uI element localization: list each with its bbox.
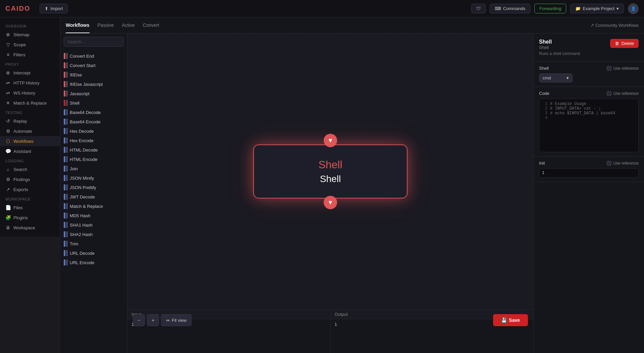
right-panel-title: Shell <box>539 39 580 45</box>
workflow-dot <box>64 53 65 59</box>
workflow-dot <box>64 100 65 106</box>
avatar[interactable]: 👤 <box>628 3 639 14</box>
search-input[interactable] <box>64 37 124 47</box>
shell-select[interactable]: cmd ▾ <box>539 73 573 82</box>
list-item[interactable]: Base64 Encode <box>60 117 127 126</box>
list-item[interactable]: MD5 Hash <box>60 211 127 220</box>
list-item[interactable]: Convert Start <box>60 61 127 70</box>
tab-active[interactable]: Active <box>122 18 135 33</box>
workflow-dots <box>64 109 68 115</box>
workflow-dot <box>66 128 68 134</box>
sidebar-item-plugins[interactable]: 🧩 Plugins <box>0 213 60 223</box>
sidebar-item-filters[interactable]: ≡ Filters <box>0 50 60 60</box>
right-panel-description: Runs a shell command <box>539 51 580 56</box>
workflow-dot <box>66 147 68 153</box>
sidebar-item-findings[interactable]: ⚙ Findings <box>0 174 60 184</box>
workflow-dots <box>64 175 68 181</box>
commands-label: Commands <box>503 6 525 11</box>
workflow-item-label: Join <box>70 166 78 171</box>
delete-label: Delete <box>621 41 634 46</box>
sidebar-item-intercept[interactable]: ⊕ Intercept <box>0 68 60 78</box>
code-use-reference-checkbox[interactable] <box>607 91 611 96</box>
workflow-item-label: JSON Minify <box>70 176 94 181</box>
sidebar-item-replay[interactable]: ↺ Replay <box>0 116 60 126</box>
canvas: ▼ Shell Shell ▼ <box>127 34 533 309</box>
list-item[interactable]: Javascript <box>60 89 127 98</box>
shell-section: Shell Use reference cmd ▾ <box>534 62 644 87</box>
workflow-dots <box>64 119 68 125</box>
list-item[interactable]: If/Else Javascript <box>60 79 127 89</box>
workflow-dot <box>66 91 68 97</box>
init-block[interactable]: 1 <box>539 168 639 178</box>
list-item[interactable]: Base64 Decode <box>60 108 127 117</box>
save-button[interactable]: 💾 Save <box>493 314 528 326</box>
list-item[interactable]: JWT Decode <box>60 192 127 201</box>
node-connector-bottom[interactable]: ▼ <box>324 196 337 209</box>
workflow-item-label: If/Else Javascript <box>70 82 103 87</box>
list-item[interactable]: JSON Minify <box>60 173 127 183</box>
right-panel-header: Shell Shell Runs a shell command 🗑 Delet… <box>534 34 644 62</box>
workflow-dots <box>64 137 68 143</box>
logging-section-label: Logging <box>0 156 60 164</box>
list-item[interactable]: HTML Encode <box>60 155 127 164</box>
code-line-4: 4 <box>542 116 636 120</box>
sidebar-item-workspace[interactable]: 🖥 Workspace <box>0 223 60 233</box>
workflow-dots <box>64 166 68 172</box>
list-item[interactable]: HTML Decode <box>60 145 127 155</box>
list-item[interactable]: Trim <box>60 239 127 248</box>
tab-workflows[interactable]: Workflows <box>66 18 90 33</box>
shell-use-reference-checkbox[interactable] <box>607 66 611 71</box>
list-item[interactable]: SHA1 Hash <box>60 220 127 230</box>
code-block[interactable]: 1 # Example Usage 2 # INPUT_DATA=`cat -`… <box>539 99 639 152</box>
sidebar-item-sitemap[interactable]: ⊕ Sitemap <box>0 30 60 40</box>
list-item[interactable]: Match & Replace <box>60 201 127 211</box>
project-button[interactable]: 📁 Example Project ▾ <box>570 4 624 13</box>
forwarding-label: Forwarding <box>539 6 561 11</box>
zoom-out-button[interactable]: − <box>133 314 145 326</box>
list-item[interactable]: Shell <box>60 98 127 108</box>
forwarding-button[interactable]: Forwarding <box>534 4 566 13</box>
commands-button[interactable]: ⌨ Commands <box>490 4 530 13</box>
sidebar-item-assistant[interactable]: 💬 Assistant <box>0 146 60 156</box>
workflow-dot <box>64 222 65 228</box>
sidebar-item-search[interactable]: ⌕ Search <box>0 164 60 174</box>
list-item[interactable]: Join <box>60 164 127 173</box>
list-item[interactable]: JSON Prettify <box>60 183 127 192</box>
right-panel: Shell Shell Runs a shell command 🗑 Delet… <box>533 34 644 353</box>
sidebar-item-scope[interactable]: ▽ Scope <box>0 40 60 50</box>
sidebar-item-ws-history[interactable]: ⇌ WS History <box>0 88 60 98</box>
delete-button[interactable]: 🗑 Delete <box>610 39 639 48</box>
init-use-reference-checkbox[interactable] <box>607 161 611 166</box>
sidebar-item-workflows[interactable]: ⬡ Workflows <box>0 136 60 146</box>
layout: Overview ⊕ Sitemap ▽ Scope ≡ Filters Pro… <box>0 17 644 353</box>
tab-convert[interactable]: Convert <box>143 18 159 33</box>
sidebar-item-http-history[interactable]: ⇌ HTTP History <box>0 78 60 88</box>
list-item[interactable]: URL Decode <box>60 248 127 258</box>
sidebar-item-exports[interactable]: ↗ Exports <box>0 184 60 194</box>
list-item[interactable]: URL Encode <box>60 258 127 267</box>
workflow-dot <box>66 72 68 78</box>
sidebar-item-match-replace[interactable]: ✕ Match & Replace <box>0 98 60 108</box>
workflow-item-label: Convert Start <box>70 63 96 68</box>
list-item[interactable]: If/Else <box>60 70 127 79</box>
zoom-in-button[interactable]: + <box>147 314 159 326</box>
save-label: Save <box>509 317 520 323</box>
sidebar-item-files[interactable]: 📄 Files <box>0 202 60 213</box>
list-item[interactable]: Hex Encode <box>60 136 127 145</box>
topbar: CAIDO ⬆ Import 🛡 ⌨ Commands Forwarding 📁… <box>0 0 644 17</box>
node-box[interactable]: Shell Shell <box>253 144 408 198</box>
list-item[interactable]: Convert End <box>60 51 127 61</box>
sidebar-item-automate[interactable]: ⚙ Automate <box>0 126 60 136</box>
import-button[interactable]: ⬆ Import <box>40 4 68 13</box>
node-connector-top[interactable]: ▼ <box>324 134 337 147</box>
sidebar-wrapper: Overview ⊕ Sitemap ▽ Scope ≡ Filters Pro… <box>0 17 60 353</box>
shell-value: cmd <box>543 75 551 80</box>
fit-view-button[interactable]: ⇔ Fit view <box>161 314 192 326</box>
code-use-reference-label: Use reference <box>613 91 639 96</box>
community-workflows-link[interactable]: ↗ Community Workflows <box>590 23 639 28</box>
list-item[interactable]: SHA2 Hash <box>60 230 127 239</box>
list-item[interactable]: Hex Decode <box>60 126 127 136</box>
intercept-icon: ⊕ <box>5 70 11 75</box>
shield-button[interactable]: 🛡 <box>471 4 486 13</box>
tab-passive[interactable]: Passive <box>98 18 114 33</box>
